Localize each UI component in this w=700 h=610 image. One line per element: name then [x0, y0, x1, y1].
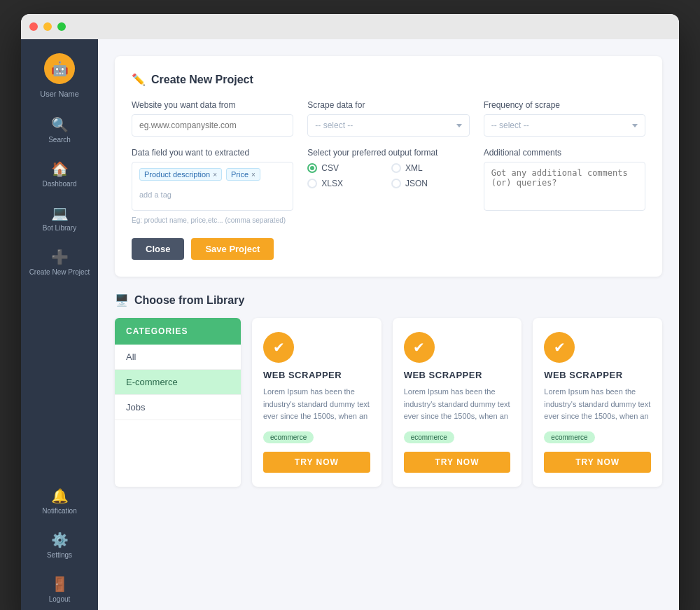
frequency-group: Frequency of scrape -- select -- [484, 100, 645, 137]
website-label: Website you want data from [132, 100, 293, 110]
bot-tag-2: ecommerce [404, 431, 454, 443]
sidebar-item-label: Dashboard [43, 180, 77, 188]
radio-dot-csv [307, 163, 317, 173]
logout-icon: 🚪 [51, 576, 69, 592]
radio-xlsx[interactable]: XLSX [307, 179, 386, 188]
radio-json[interactable]: JSON [391, 179, 470, 188]
bot-tag-1: ecommerce [263, 431, 314, 443]
sidebar: 🤖 User Name 🔍 Search 🏠 Dashboard 💻 Bot L… [21, 39, 98, 610]
category-all[interactable]: All [115, 345, 241, 370]
comments-group: Additional comments [484, 148, 645, 211]
minimize-dot[interactable] [43, 22, 52, 31]
radio-dot-xml [391, 163, 401, 173]
bot-description-2: Lorem Ipsum has been the industry's stan… [404, 386, 511, 423]
bot-name-2: WEB SCRAPPER [404, 370, 482, 380]
sidebar-item-label: Logout [49, 595, 71, 603]
frequency-select[interactable]: -- select -- [484, 114, 645, 137]
radio-csv[interactable]: CSV [307, 163, 386, 173]
search-icon: 🔍 [51, 116, 69, 133]
tags-input[interactable]: Product description × Price × add a tag [132, 162, 293, 211]
sidebar-item-label: Bot Library [43, 224, 76, 232]
close-dot[interactable] [29, 22, 38, 31]
try-now-button-1[interactable]: TRY NOW [263, 452, 370, 473]
app-layout: 🤖 User Name 🔍 Search 🏠 Dashboard 💻 Bot L… [21, 39, 679, 610]
bot-check-icon-2: ✔ [404, 332, 435, 363]
radio-xlsx-label: XLSX [321, 179, 343, 188]
categories-panel: CATEGORIES All E-commerce Jobs [115, 318, 241, 487]
output-format-label: Select your preferred output format [307, 148, 469, 158]
form-grid: Website you want data from Data field yo… [132, 100, 645, 224]
data-field-group: Data field you want to extracted Product… [132, 148, 293, 224]
bot-library-icon: 💻 [51, 205, 69, 221]
create-icon: ➕ [51, 249, 69, 265]
radio-json-label: JSON [405, 179, 428, 188]
data-field-label: Data field you want to extracted [132, 148, 293, 158]
notification-icon: 🔔 [51, 487, 69, 504]
sidebar-item-label: Search [48, 136, 71, 144]
tag-price: Price × [226, 168, 260, 181]
tag-placeholder[interactable]: add a tag [139, 190, 172, 199]
sidebar-item-label: Settings [47, 551, 72, 559]
tag-product: Product description × [139, 168, 222, 181]
try-now-button-3[interactable]: TRY NOW [544, 452, 651, 473]
sidebar-item-bot-library[interactable]: 💻 Bot Library [21, 197, 98, 239]
sidebar-item-dashboard[interactable]: 🏠 Dashboard [21, 153, 98, 195]
main-content: ✏️ Create New Project Website you want d… [98, 39, 679, 610]
create-project-card: ✏️ Create New Project Website you want d… [115, 56, 662, 277]
library-layout: CATEGORIES All E-commerce Jobs ✔ WEB SCR… [115, 318, 662, 487]
save-button[interactable]: Save Project [191, 238, 274, 260]
sidebar-item-notification[interactable]: 🔔 Notification [21, 480, 98, 522]
comments-label: Additional comments [484, 148, 645, 158]
website-input[interactable] [132, 114, 293, 137]
category-ecommerce[interactable]: E-commerce [115, 370, 241, 395]
monitor-icon: 🖥️ [115, 293, 129, 307]
bot-card-1: ✔ WEB SCRAPPER Lorem Ipsum has been the … [252, 318, 382, 487]
bot-name-3: WEB SCRAPPER [544, 370, 622, 380]
col-3: Frequency of scrape -- select -- Additio… [484, 100, 645, 224]
app-window: 🤖 User Name 🔍 Search 🏠 Dashboard 💻 Bot L… [21, 14, 679, 610]
scrape-data-select[interactable]: -- select -- [307, 114, 469, 137]
maximize-dot[interactable] [57, 22, 66, 31]
bot-check-icon-1: ✔ [263, 332, 294, 363]
data-field-hint: Eg: product name, price,etc... (comma se… [132, 216, 293, 224]
radio-xml[interactable]: XML [391, 163, 470, 173]
radio-xml-label: XML [405, 163, 423, 173]
sidebar-item-label: Create New Project [29, 268, 90, 276]
edit-icon: ✏️ [132, 73, 146, 86]
bot-description-3: Lorem Ipsum has been the industry's stan… [544, 386, 651, 423]
settings-icon: ⚙️ [51, 532, 69, 548]
tag-remove-price[interactable]: × [251, 171, 255, 179]
sidebar-item-logout[interactable]: 🚪 Logout [21, 569, 98, 610]
bot-description-1: Lorem Ipsum has been the industry's stan… [263, 386, 370, 423]
btn-row: Close Save Project [132, 238, 645, 260]
col-1: Website you want data from Data field yo… [132, 100, 293, 224]
category-jobs[interactable]: Jobs [115, 395, 241, 420]
sidebar-item-create-new[interactable]: ➕ Create New Project [21, 242, 98, 283]
bot-tag-3: ecommerce [544, 431, 594, 443]
scrape-data-group: Scrape data for -- select -- [307, 100, 469, 137]
radio-dot-xlsx [307, 179, 317, 188]
frequency-label: Frequency of scrape [484, 100, 645, 110]
col-2: Scrape data for -- select -- Select your… [307, 100, 469, 224]
categories-header: CATEGORIES [115, 318, 241, 345]
sidebar-item-search[interactable]: 🔍 Search [21, 109, 98, 151]
radio-csv-label: CSV [321, 163, 339, 173]
avatar: 🤖 [44, 53, 75, 84]
sidebar-item-label: Notification [42, 507, 76, 515]
sidebar-item-settings[interactable]: ⚙️ Settings [21, 525, 98, 566]
bots-grid: ✔ WEB SCRAPPER Lorem Ipsum has been the … [252, 318, 662, 487]
bot-card-3: ✔ WEB SCRAPPER Lorem Ipsum has been the … [533, 318, 662, 487]
bot-check-icon-3: ✔ [544, 332, 575, 363]
sidebar-username: User Name [40, 90, 79, 98]
try-now-button-2[interactable]: TRY NOW [404, 452, 511, 473]
website-group: Website you want data from [132, 100, 293, 137]
output-format-group: Select your preferred output format CSV … [307, 148, 469, 188]
tag-remove-product[interactable]: × [213, 171, 217, 179]
radio-group: CSV XML XLSX [307, 163, 469, 188]
close-button[interactable]: Close [132, 238, 184, 260]
dashboard-icon: 🏠 [51, 160, 69, 177]
library-title: 🖥️ Choose from Library [115, 293, 662, 307]
comments-textarea[interactable] [484, 162, 645, 211]
radio-dot-json [391, 179, 401, 188]
scrape-data-label: Scrape data for [307, 100, 469, 110]
